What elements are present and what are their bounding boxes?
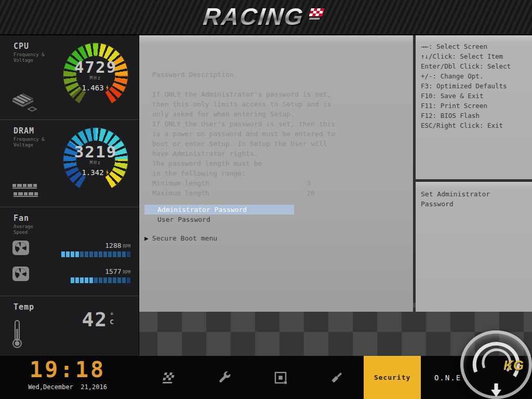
help-key-line: F12: BIOS Flash [421,111,530,121]
description-line: If ONLY the Administrator's password is … [152,89,413,99]
help-key-line: F10: Save & Exit [421,91,530,101]
description-line: boot or enter Setup. In Setup the User w… [152,139,413,149]
fan-label: Fan [14,214,29,223]
tab-security[interactable]: Security [364,356,421,399]
help-key-line: Enter/Dbl Click: Select [421,61,530,71]
help-key-line: F11: Print Screen [421,101,530,111]
fan2-rpm-unit: RPM [123,270,130,275]
maximum-length-label: Maximum length [152,188,307,198]
cpu-voltage-value: 1.463 [82,84,103,92]
tab-tools-screwdriver-icon[interactable] [325,365,348,390]
fan1-rpm-unit: RPM [123,244,130,249]
fan-sublabel: Average Speed [14,224,33,235]
help-key-line: F3: Optimized Defaults [421,81,530,91]
celsius-symbol: C [110,318,114,325]
voltage-bolt-icon [105,85,110,91]
submenu-arrow-icon: ▶ [144,234,149,242]
minimum-length-label: Minimum length [152,178,307,188]
cpu-frequency-unit: MHz [90,75,101,81]
password-description-heading: Password Description [152,70,413,79]
dram-frequency-value: 3219 [74,144,117,159]
cpu-panel: CPU Frequency & Voltage 4729 MHz 1.463 [0,35,139,120]
sidebar: CPU Frequency & Voltage 4729 MHz 1.463 [0,35,139,356]
menu-item-administrator-password[interactable]: Administrator Password [144,205,294,215]
fan2-rpm-value: 1577 [105,268,121,275]
kg-watermark: KG [460,330,532,399]
description-line: in the following range: [152,168,413,178]
description-line: then this only limits access to Setup an… [152,99,413,109]
clock-date: Wed,December 21,2016 [18,383,117,391]
kg-text: KG [503,357,524,374]
help-key-line: +/-: Change Opt. [421,71,530,81]
fan-row: 1288RPM [11,240,130,257]
clock-time: 19:18 [18,358,117,382]
minimum-length-row: Minimum length 3 [152,178,413,188]
help-panel: →←: Select Screen↑↓/Click: Select ItemEn… [416,35,532,179]
cpu-label: CPU [14,42,29,51]
item-help-panel: Set Administrator Password [416,182,532,312]
fan-row: 1577RPM [11,265,130,283]
help-key-line: →←: Select Screen [421,42,530,51]
dram-voltage-value: 1.342 [82,168,103,177]
description-line: If ONLY the User's password is set, then… [152,119,413,129]
thermometer-icon [11,320,23,349]
voltage-bolt-icon [105,169,110,176]
cpu-frequency-value: 4729 [74,59,117,75]
maximum-length-value: 20 [307,188,315,198]
cpu-gauge: 4729 MHz 1.463 [61,41,130,110]
dram-sublabel: Frequency & Voltage [14,137,45,148]
dram-label: DRAM [14,126,34,136]
help-key-line: ESC/Right Click: Exit [421,121,530,130]
footer: 19:18 Wed,December 21,2016 [0,356,532,399]
password-description-text: If ONLY the Administrator's password is … [152,89,413,178]
temp-panel: Temp 42 ° C [0,296,139,355]
secure-boot-menu-item[interactable]: ▶Secure Boot menu [144,233,413,243]
main-panel: Password Description If ONLY the Adminis… [139,35,413,312]
tab-tweaker-wrench-icon[interactable] [213,365,236,390]
header: RACING [0,0,532,35]
password-menu: Administrator Password User Password [144,205,413,224]
cpu-sublabel: Frequency & Voltage [14,52,45,63]
maximum-length-row: Maximum length 20 [152,188,413,198]
temperature-readout: 42 ° C [82,310,114,329]
fan-panel: Fan Average Speed 1288RPM [0,207,139,296]
dram-frequency-unit: MHz [90,160,101,165]
description-line: The password length must be [152,158,413,168]
tab-main-flag-icon[interactable] [157,365,180,390]
dram-gauge: 3219 MHz 1.342 [61,125,130,195]
fan1-speed-bar [61,251,130,257]
minimum-length-value: 3 [307,178,311,188]
help-key-line: ↑↓/Click: Select Item [421,51,530,61]
menu-item-user-password[interactable]: User Password [144,215,294,224]
fan-icon [11,265,32,283]
racing-logo: RACING [203,4,328,29]
dram-memory-icon [11,182,42,201]
secure-boot-menu-label: Secure Boot menu [152,234,217,242]
description-line: have Administrator rights. [152,149,413,158]
description-line: is a power on password and must be enter… [152,129,413,139]
temp-label: Temp [14,302,34,312]
racing-logo-text: RACING [202,4,305,29]
fan-icon [11,240,32,257]
temperature-value: 42 [82,310,108,329]
clock-block: 19:18 Wed,December 21,2016 [18,358,117,391]
fan2-speed-bar [71,277,130,283]
logo-flag-icon [305,6,329,24]
dram-panel: DRAM Frequency & Voltage 3219 MHz 1.342 [0,120,139,207]
tab-settings-chipset-icon[interactable] [269,365,292,390]
fan1-rpm-value: 1288 [105,242,121,249]
bios-screen: RACING CPU Frequency & Voltage 4729 [0,0,532,399]
description-line: only asked for when entering Setup. [152,109,413,119]
cpu-chip-icon [11,92,38,113]
